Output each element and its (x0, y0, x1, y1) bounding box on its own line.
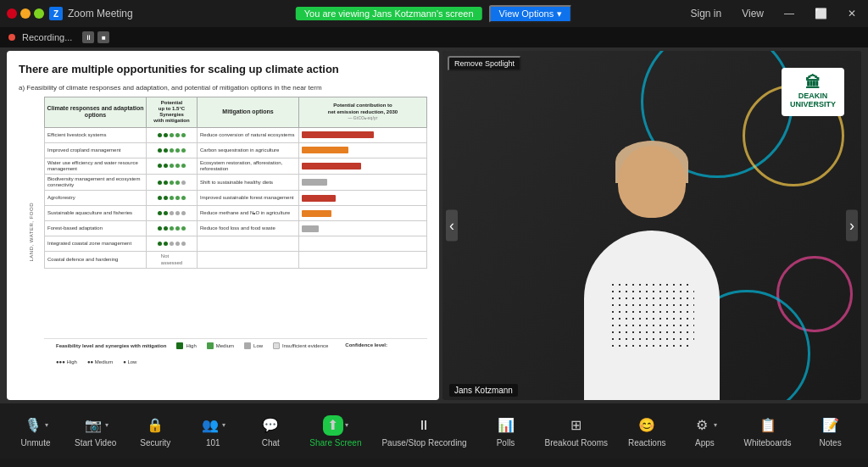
whiteboards-label: Whiteboards (743, 438, 791, 448)
title-bar-center: You are viewing Jans Kotzmann's screen V… (296, 5, 572, 23)
security-label: Security (140, 438, 170, 448)
title-bar-right: Sign in View — ⬜ ✕ (686, 6, 862, 21)
window-close-button[interactable]: ✕ (843, 6, 861, 21)
vertical-labels: LAND, WATER, FOOD (19, 97, 44, 368)
toolbar-reactions[interactable]: 😊 Reactions (628, 415, 665, 448)
table-row: Improved cropland management Carbon sequ… (44, 143, 427, 158)
deakin-text-line2: UNIVERSITY (790, 101, 836, 109)
person-shirt-dots (609, 281, 694, 349)
sign-in-button[interactable]: Sign in (686, 6, 727, 21)
spotlight-button[interactable]: Remove Spotlight (448, 56, 521, 71)
presenter-wrapper (533, 112, 771, 400)
row-label: Integrated coastal zone management (45, 236, 147, 251)
table-row: Forest-based adaptation Reduce food loss… (44, 221, 427, 236)
recording-dot (8, 34, 15, 41)
view-button[interactable]: View (737, 6, 769, 21)
row-label: Improved cropland management (45, 143, 147, 158)
whiteboard-icon: 📋 (758, 415, 778, 436)
table-area: Climate responses and adaptation options… (44, 97, 427, 368)
toolbar-polls[interactable]: 📊 Polls (487, 415, 525, 448)
slide-title: There are multiple opportunities for sca… (19, 63, 427, 77)
maximize-button[interactable] (34, 8, 44, 19)
row-label: Sustainable aquaculture and fisheries (45, 206, 147, 220)
unmute-label: Unmute (20, 438, 50, 448)
row-mitigation (198, 236, 299, 251)
participants-icon: 👥 (200, 415, 220, 436)
deakin-logo: 🏛 DEAKIN UNIVERSITY (782, 68, 844, 116)
row-mitigation: Ecosystem restoration, afforestation, re… (198, 158, 299, 174)
caret-icon: ▾ (45, 421, 48, 429)
toolbar-share-screen[interactable]: ⬆ ▾ Share Screen (309, 415, 361, 448)
window-minimize-button[interactable]: — (779, 6, 799, 21)
table-row: Water use efficiency and water resource … (44, 158, 427, 175)
caret-icon: ▾ (222, 421, 225, 429)
caret-icon: ▾ (714, 421, 717, 429)
polls-icon: 📊 (496, 415, 516, 436)
next-arrow-button[interactable]: › (846, 210, 858, 242)
app-title: Zoom Meeting (68, 8, 133, 19)
row-mitigation: Carbon sequestration in agriculture (198, 143, 299, 158)
title-bar-left: Z Zoom Meeting (7, 7, 133, 20)
view-options-button[interactable]: View Options ▾ (489, 5, 573, 23)
toolbar-start-video[interactable]: 📷 ▾ Start Video (75, 415, 116, 448)
pause-recording-button[interactable]: ⏸ (82, 31, 94, 43)
legend-high: High (176, 342, 196, 349)
viewing-banner: You are viewing Jans Kotzmann's screen (296, 7, 482, 20)
toolbar-unmute[interactable]: 🎙️ ▾ Unmute (17, 415, 54, 448)
minimize-button[interactable] (20, 8, 31, 19)
prev-arrow-button[interactable]: ‹ (446, 210, 458, 242)
row-dots (147, 143, 198, 158)
land-label: LAND, WATER, FOOD (29, 203, 34, 262)
row-bar (299, 143, 426, 158)
row-dots (147, 206, 198, 220)
toolbar-breakout-rooms[interactable]: ⊞ Breakout Rooms (545, 415, 608, 448)
apps-label: Apps (695, 438, 715, 448)
camera-icon: 📷 (83, 415, 103, 436)
row-dots (147, 236, 198, 251)
row-bar (299, 206, 426, 220)
toolbar-whiteboards[interactable]: 📋 Whiteboards (743, 415, 791, 448)
row-mitigation: Shift to sustainable healthy diets (198, 175, 299, 190)
toolbar-chat[interactable]: 💬 Chat (252, 415, 289, 448)
legend-insufficient: Insufficient evidence (273, 342, 328, 349)
deakin-icon: 🏛 (790, 75, 836, 92)
toolbar-pause-recording[interactable]: ⏸ Pause/Stop Recording (381, 415, 466, 448)
legend-low: Low (244, 342, 263, 349)
caret-icon: ▾ (345, 421, 348, 429)
table-rows: Efficient livestock systems Reduce conve… (44, 128, 427, 338)
recording-label: Recording... (22, 32, 72, 42)
window-restore-button[interactable]: ⬜ (810, 6, 832, 21)
toolbar-participants[interactable]: 👥 ▾ 101 (194, 415, 231, 448)
chart-container: LAND, WATER, FOOD Climate responses and … (19, 97, 427, 368)
notes-label: Notes (820, 438, 842, 448)
row-mitigation (198, 252, 299, 267)
legend-feasibility: Feasibility level and synergies with mit… (56, 342, 166, 349)
table-row: Efficient livestock systems Reduce conve… (44, 128, 427, 143)
row-dots (147, 128, 198, 142)
slide-inner: There are multiple opportunities for sca… (7, 51, 439, 400)
toolbar: 🎙️ ▾ Unmute 📷 ▾ Start Video 🔒 Security 👥… (0, 403, 868, 459)
slide-panel: There are multiple opportunities for sca… (7, 51, 439, 400)
reactions-icon: 😊 (637, 415, 657, 436)
breakout-icon: ⊞ (566, 415, 587, 436)
toolbar-security[interactable]: 🔒 Security (136, 415, 174, 448)
table-row: Integrated coastal zone management (44, 236, 427, 252)
apps-icon: ⚙ (692, 415, 712, 436)
reactions-label: Reactions (628, 438, 665, 448)
toolbar-apps[interactable]: ⚙ ▾ Apps (686, 415, 723, 448)
app-icon: Z (49, 7, 63, 20)
security-icon: 🔒 (145, 415, 165, 436)
recording-controls[interactable]: ⏸ ■ (82, 31, 109, 43)
legend-area: Feasibility level and synergies with mit… (44, 338, 427, 368)
toolbar-notes[interactable]: 📝 Notes (812, 415, 849, 448)
stop-recording-button[interactable]: ■ (97, 31, 109, 43)
chat-label: Chat (262, 438, 280, 448)
table-row: Sustainable aquaculture and fisheries Re… (44, 206, 427, 221)
slide-subtitle: a) Feasibility of climate responses and … (19, 84, 427, 92)
row-dots (147, 221, 198, 236)
person-head (618, 146, 686, 218)
window-controls[interactable] (7, 8, 44, 19)
row-bar (299, 236, 426, 251)
start-video-label: Start Video (75, 438, 116, 448)
close-button[interactable] (7, 8, 17, 19)
